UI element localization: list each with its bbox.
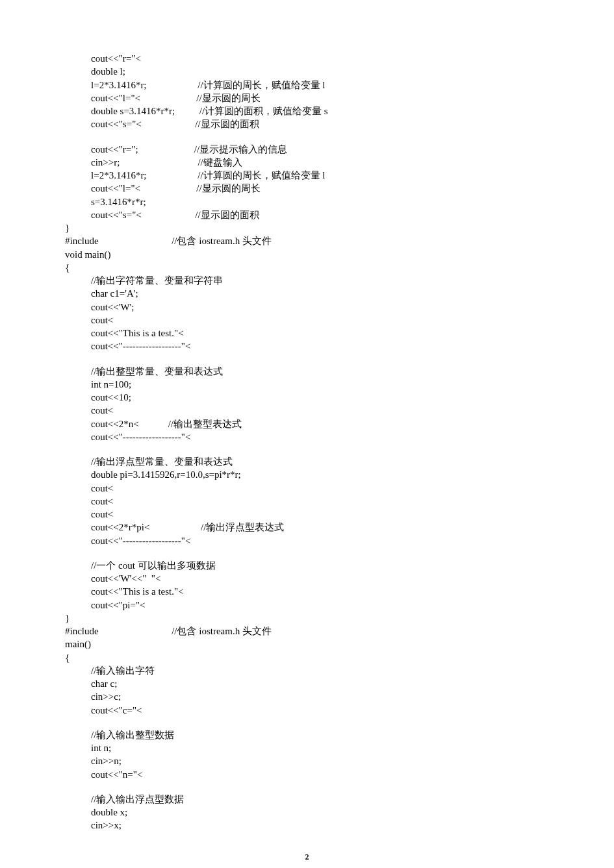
code-line: //输出字符常量、变量和字符串 bbox=[65, 274, 549, 287]
code-line bbox=[65, 781, 549, 793]
code-line: cin>>n; bbox=[65, 754, 549, 767]
code-line: cout<<"r="; //显示提示输入的信息 bbox=[65, 143, 549, 156]
code-line: //一个 cout 可以输出多项数据 bbox=[65, 559, 549, 572]
code-line: } bbox=[65, 612, 549, 625]
code-line: cin>>r; //键盘输入 bbox=[65, 156, 549, 169]
code-line: #include //包含 iostream.h 头文件 bbox=[65, 625, 549, 638]
code-line bbox=[65, 131, 549, 143]
code-line: s=3.1416*r*r; bbox=[65, 195, 549, 208]
code-line: cout< bbox=[65, 404, 549, 417]
code-line: cout<<"------------------"< bbox=[65, 430, 549, 443]
code-line: cout<<2*n< //输出整型表达式 bbox=[65, 417, 549, 430]
code-line: //输入输出整型数据 bbox=[65, 728, 549, 741]
code-line: cin>>c; bbox=[65, 690, 549, 703]
code-line: char c1='A'; bbox=[65, 287, 549, 300]
code-line: cout<<2*r*pi< //输出浮点型表达式 bbox=[65, 521, 549, 534]
code-line bbox=[65, 353, 549, 365]
code-line: double s=3.1416*r*r; //计算圆的面积，赋值给变量 s bbox=[65, 105, 549, 118]
code-line: l=2*3.1416*r; //计算圆的周长，赋值给变量 l bbox=[65, 79, 549, 92]
code-line: l=2*3.1416*r; //计算圆的周长，赋值给变量 l bbox=[65, 169, 549, 182]
code-line: cout<<"This is a test."< bbox=[65, 585, 549, 598]
code-line: //输入输出字符 bbox=[65, 664, 549, 677]
code-line bbox=[65, 547, 549, 559]
code-line: cout<<"l="< //显示圆的周长 bbox=[65, 182, 549, 195]
code-line: cout<<'W'; bbox=[65, 301, 549, 314]
code-line: double pi=3.1415926,r=10.0,s=pi*r*r; bbox=[65, 468, 549, 481]
code-line: int n=100; bbox=[65, 378, 549, 391]
code-line: //输入输出浮点型数据 bbox=[65, 793, 549, 806]
code-line: void main() bbox=[65, 248, 549, 261]
document-page: cout<<"r="<double l;l=2*3.1416*r; //计算圆的… bbox=[0, 0, 614, 868]
code-line: cout<<'W'<<" "< bbox=[65, 572, 549, 585]
page-number: 2 bbox=[65, 852, 549, 862]
code-line: cout<<"c="< bbox=[65, 704, 549, 717]
code-line bbox=[65, 443, 549, 455]
code-line: cout< bbox=[65, 314, 549, 327]
code-line: cout<<"------------------"< bbox=[65, 340, 549, 353]
code-line: } bbox=[65, 221, 549, 234]
code-line: main() bbox=[65, 638, 549, 651]
code-line: { bbox=[65, 261, 549, 274]
code-line: #include //包含 iostream.h 头文件 bbox=[65, 234, 549, 247]
code-line: cout<<"s="< //显示圆的面积 bbox=[65, 118, 549, 130]
code-line: { bbox=[65, 651, 549, 664]
code-line: cout< bbox=[65, 508, 549, 521]
code-line: cin>>x; bbox=[65, 819, 549, 832]
code-line bbox=[65, 717, 549, 728]
code-line: cout<<"s="< //显示圆的面积 bbox=[65, 208, 549, 221]
code-line: cout< bbox=[65, 495, 549, 508]
code-line: //输出整型常量、变量和表达式 bbox=[65, 365, 549, 378]
code-line: cout<<"n="< bbox=[65, 768, 549, 781]
code-line: cout< bbox=[65, 482, 549, 495]
code-line: int n; bbox=[65, 741, 549, 754]
code-line: double l; bbox=[65, 65, 549, 78]
code-line: //输出浮点型常量、变量和表达式 bbox=[65, 455, 549, 468]
code-line: cout<<"This is a test."< bbox=[65, 327, 549, 340]
code-line: double x; bbox=[65, 806, 549, 819]
code-line: cout<<"pi="< bbox=[65, 599, 549, 612]
code-block: cout<<"r="<double l;l=2*3.1416*r; //计算圆的… bbox=[65, 52, 549, 832]
code-line: cout<<"r="< bbox=[65, 52, 549, 65]
code-line: cout<<10; bbox=[65, 391, 549, 404]
code-line: cout<<"l="< //显示圆的周长 bbox=[65, 92, 549, 105]
code-line: cout<<"------------------"< bbox=[65, 534, 549, 547]
code-line: char c; bbox=[65, 677, 549, 690]
